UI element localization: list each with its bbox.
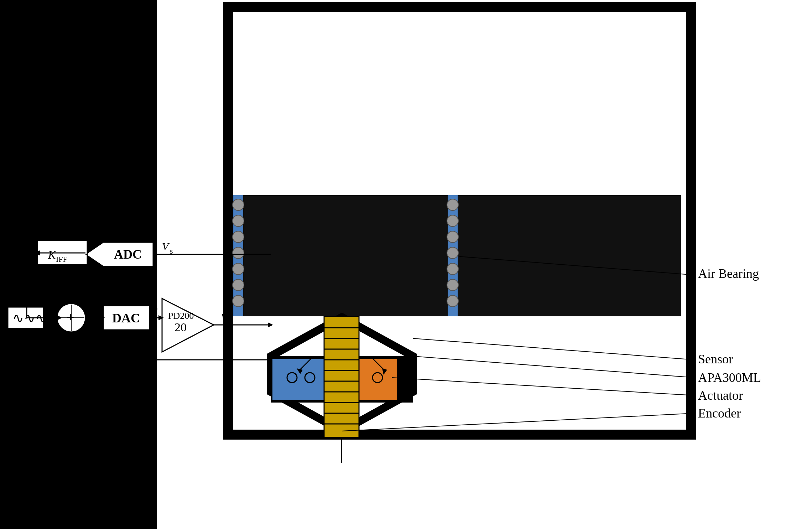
- sensor-line: [413, 338, 694, 360]
- amp-gain: 20: [175, 321, 187, 334]
- bearing-circle: [233, 279, 244, 291]
- de-sub-label: e: [117, 356, 120, 365]
- actuator-line: [392, 378, 694, 395]
- vs-signal-label: V: [162, 240, 170, 252]
- actuator-label: Actuator: [698, 388, 743, 403]
- bearing-circle: [233, 199, 244, 211]
- amplifier-block: [162, 299, 214, 352]
- bearing-circle: [233, 295, 244, 307]
- bearing-circle: [447, 247, 458, 259]
- arrow-amp-system: [268, 322, 273, 327]
- bearing-circle: [233, 215, 244, 227]
- apa300ml-label: APA300ML: [698, 370, 761, 385]
- bearing-circle: [447, 231, 458, 243]
- sensor-label: Sensor: [698, 352, 733, 366]
- amp-name: PD200: [168, 311, 194, 321]
- bearing-circle: [233, 231, 244, 243]
- air-bearing-label: Air Bearing: [698, 266, 759, 281]
- bearing-circle: [447, 295, 458, 307]
- va-sub-label: a: [228, 317, 231, 326]
- encoder-label: Encoder: [698, 406, 741, 420]
- bearing-circle: [447, 199, 458, 211]
- piezo-blue: [272, 359, 326, 400]
- sum-symbol: +: [67, 310, 74, 325]
- vs-sub-label: s: [170, 247, 173, 255]
- bearing-circle: [233, 247, 244, 259]
- bearing-circle: [447, 279, 458, 291]
- apa-line: [413, 356, 694, 378]
- gold-spine: [324, 316, 359, 437]
- kiff-label: K: [48, 248, 56, 261]
- de-signal-label: d: [110, 350, 116, 362]
- kiff-subscript: IFF: [56, 255, 67, 264]
- bearing-circle: [447, 215, 458, 227]
- bearing-circle: [447, 263, 458, 275]
- moving-stage: [238, 195, 681, 316]
- top-white-area: [238, 17, 681, 195]
- dac-label: DAC: [112, 311, 140, 325]
- u-signal-label: u: [152, 304, 158, 316]
- adc-label: ADC: [114, 247, 142, 261]
- encoder-line: [342, 413, 694, 431]
- bearing-circle: [233, 263, 244, 275]
